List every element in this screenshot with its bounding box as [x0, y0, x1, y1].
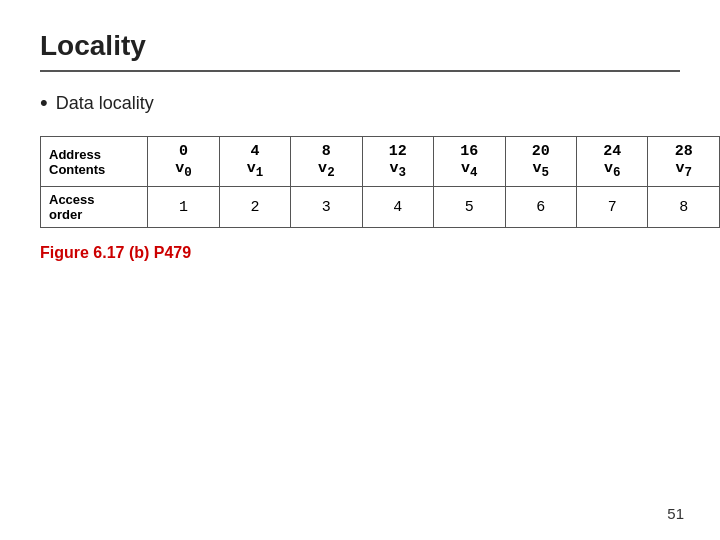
table-row-access-order: Accessorder 1 2 3 4 5 6 7 8 [41, 187, 720, 228]
cell-addr-8: 8v2 [291, 137, 362, 187]
cell-order-6: 6 [505, 187, 576, 228]
cell-order-2: 2 [219, 187, 290, 228]
cell-order-4: 4 [362, 187, 433, 228]
bullet-icon: • [40, 92, 48, 114]
cell-addr-24: 24v6 [577, 137, 648, 187]
cell-order-5: 5 [434, 187, 505, 228]
data-table: AddressContents 0v0 4v1 8v2 12v3 16v4 20… [40, 136, 720, 228]
cell-val-v5: v5 [533, 160, 550, 177]
cell-order-8: 8 [648, 187, 720, 228]
cell-val-v6: v6 [604, 160, 621, 177]
page-number: 51 [667, 505, 684, 522]
slide-container: Locality • Data locality AddressContents… [0, 0, 720, 540]
cell-val-v1: v1 [247, 160, 264, 177]
figure-caption: Figure 6.17 (b) P479 [40, 244, 680, 262]
row-label-access-order: Accessorder [41, 187, 148, 228]
cell-addr-0: 0v0 [148, 137, 219, 187]
cell-addr-20: 20v5 [505, 137, 576, 187]
cell-val-v3: v3 [390, 160, 407, 177]
cell-val-v7: v7 [675, 160, 692, 177]
cell-addr-28: 28v7 [648, 137, 720, 187]
cell-order-3: 3 [291, 187, 362, 228]
cell-val-v4: v4 [461, 160, 478, 177]
row-label-address-contents: AddressContents [41, 137, 148, 187]
cell-addr-4: 4v1 [219, 137, 290, 187]
cell-addr-16: 16v4 [434, 137, 505, 187]
cell-addr-12: 12v3 [362, 137, 433, 187]
cell-order-7: 7 [577, 187, 648, 228]
title-divider [40, 70, 680, 72]
cell-order-1: 1 [148, 187, 219, 228]
bullet-point: • Data locality [40, 92, 680, 114]
bullet-text: Data locality [56, 93, 154, 114]
table-row-address-contents: AddressContents 0v0 4v1 8v2 12v3 16v4 20… [41, 137, 720, 187]
cell-val-v2: v2 [318, 160, 335, 177]
slide-title: Locality [40, 30, 680, 62]
cell-val-v0: v0 [175, 160, 192, 177]
